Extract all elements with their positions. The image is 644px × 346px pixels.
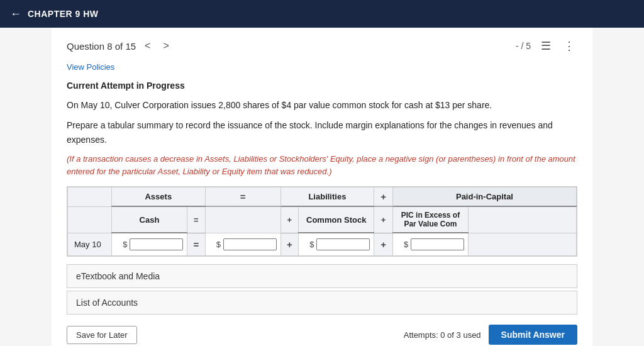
table-sub-header-row: Cash = + Common Stock + PIC in Excess of… (68, 206, 577, 233)
plus-separator: + (280, 233, 299, 256)
question-header: Question 8 of 15 < > - / 5 ☰ ⋮ (67, 38, 577, 54)
etextbook-accordion[interactable]: eTextbook and Media (67, 264, 577, 288)
plus1-symbol: + (280, 206, 299, 233)
etextbook-label[interactable]: eTextbook and Media (67, 265, 577, 287)
extra-col-header (468, 206, 576, 233)
plus-separator-2: + (374, 233, 393, 256)
main-content: Question 8 of 15 < > - / 5 ☰ ⋮ View Poli… (52, 28, 592, 346)
date-label: May 10 (68, 233, 112, 256)
eq-separator: = (187, 233, 206, 256)
view-policies-link[interactable]: View Policies (67, 62, 114, 72)
list-icon-button[interactable]: ☰ (538, 38, 553, 54)
list-of-accounts-label[interactable]: List of Accounts (67, 291, 577, 314)
assets-header: Assets (112, 187, 206, 207)
common-stock-dollar-cell: $ (299, 233, 374, 256)
question-label: Question 8 of 15 (67, 41, 136, 52)
accounting-table: Assets = Liabilities + Paid-in-Capital C… (67, 187, 577, 256)
liabilities-dollar-cell: $ (205, 233, 280, 256)
cash-input[interactable] (130, 238, 183, 250)
attempt-label: Current Attempt in Progress (67, 81, 577, 91)
back-arrow-icon[interactable]: ← (10, 8, 21, 21)
plus-symbol-1: + (374, 187, 393, 207)
problem-text: On May 10, Culver Corporation issues 2,8… (67, 98, 577, 112)
table-row: May 10 $ = $ + $ (68, 233, 577, 256)
pic-header: PIC in Excess of Par Value Com (392, 206, 468, 233)
pic-dollar-cell: $ (392, 233, 468, 256)
liabilities-input[interactable] (223, 238, 277, 250)
common-stock-input[interactable] (316, 238, 370, 250)
italic-instruction: (If a transaction causes a decrease in A… (67, 153, 577, 177)
question-header-right: - / 5 ☰ ⋮ (516, 38, 577, 54)
submit-answer-button[interactable]: Submit Answer (489, 325, 577, 345)
table-top-header-row: Assets = Liabilities + Paid-in-Capital (68, 187, 577, 207)
col-label-spacer (68, 187, 112, 207)
top-bar: ← CHAPTER 9 HW (0, 0, 644, 28)
footer-bar: Save for Later Attempts: 0 of 3 used Sub… (67, 317, 577, 346)
liabilities-header: Liabilities (280, 187, 374, 207)
common-stock-header: Common Stock (299, 206, 374, 233)
prepare-text: Prepare a tabular summary to record the … (67, 118, 577, 147)
cash-header: Cash (112, 206, 187, 233)
spacer-liabilities (205, 206, 280, 233)
accounting-table-wrap: Assets = Liabilities + Paid-in-Capital C… (67, 186, 577, 257)
question-nav: Question 8 of 15 < > (67, 39, 173, 53)
score-text: - / 5 (516, 41, 531, 51)
prev-question-button[interactable]: < (141, 39, 154, 53)
equals-symbol-1: = (205, 187, 280, 207)
footer-right: Attempts: 0 of 3 used Submit Answer (404, 325, 577, 345)
plus2-symbol: + (374, 206, 393, 233)
chapter-title: CHAPTER 9 HW (28, 9, 99, 19)
eq1-symbol: = (187, 206, 206, 233)
dollar-3: $ (309, 240, 314, 249)
pic-input[interactable] (411, 238, 464, 250)
dollar-4: $ (404, 240, 408, 249)
attempts-text: Attempts: 0 of 3 used (404, 330, 481, 340)
paid-in-capital-header: Paid-in-Capital (392, 187, 576, 207)
save-for-later-button[interactable]: Save for Later (67, 326, 137, 344)
dollar-2: $ (216, 240, 221, 249)
dollar-1: $ (123, 240, 127, 249)
cash-dollar-cell: $ (112, 233, 187, 256)
next-question-button[interactable]: > (159, 39, 172, 53)
col-spacer2 (68, 206, 112, 233)
more-icon-button[interactable]: ⋮ (561, 38, 577, 54)
list-of-accounts-accordion[interactable]: List of Accounts (67, 291, 577, 315)
extra-cell (468, 233, 576, 256)
